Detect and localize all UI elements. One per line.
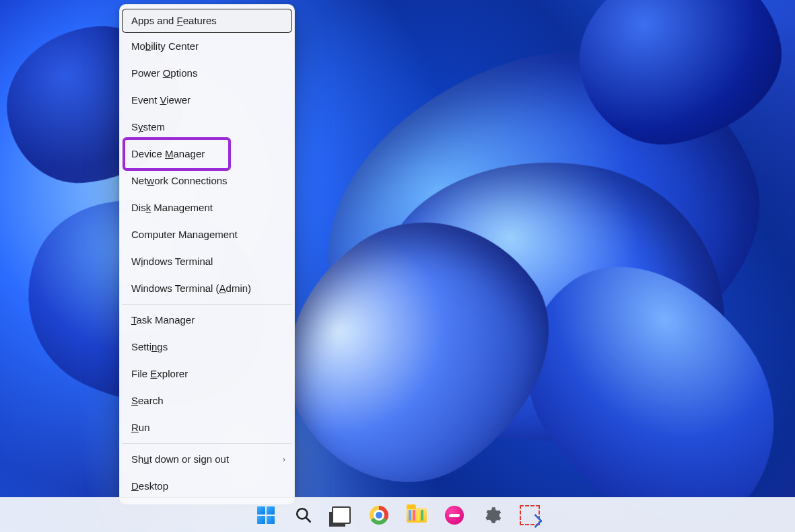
menu-power-options[interactable]: Power Options [122,60,292,87]
chevron-right-icon: › [283,446,285,473]
menu-settings[interactable]: Settings [122,334,292,360]
menu-item-label: Search [131,395,164,406]
pinned-app-lips[interactable] [443,504,466,527]
menu-network-connections[interactable]: Network Connections [122,167,292,194]
menu-item-label: Apps and Features [131,15,217,26]
menu-item-label: Computer Management [131,229,238,240]
menu-task-manager[interactable]: Task Manager [122,307,292,334]
menu-item-label: Network Connections [131,175,228,186]
menu-item-label: Settings [131,341,168,352]
menu-item-label: Desktop [131,480,168,492]
menu-item-label: Disk Management [131,202,213,213]
menu-item-label: Windows Terminal [131,256,213,267]
menu-item-label: Mobility Center [131,40,199,52]
menu-windows-terminal[interactable]: Windows Terminal [122,248,292,275]
menu-item-label: Event Viewer [131,94,191,106]
search-button[interactable] [292,504,315,527]
task-view-icon [332,506,351,524]
search-icon [295,506,312,524]
svg-line-1 [306,517,310,521]
menu-item-label: File Explorer [131,368,188,379]
settings-app[interactable] [481,504,504,527]
menu-computer-management[interactable]: Computer Management [122,221,292,248]
menu-event-viewer[interactable]: Event Viewer [122,87,292,114]
menu-item-label: System [131,121,165,132]
menu-item-label: Run [131,422,150,433]
windows-logo-icon [257,506,275,524]
menu-item-label: Windows Terminal (Admin) [131,282,251,294]
menu-run[interactable]: Run [122,414,292,441]
menu-item-label: Shut down or sign out [131,453,229,465]
menu-item-label: Task Manager [131,314,195,326]
menu-disk-management[interactable]: Disk Management [122,194,292,221]
menu-search[interactable]: Search [122,387,292,414]
menu-item-label: Power Options [131,67,197,79]
menu-desktop[interactable]: Desktop [122,473,292,500]
snipping-tool-icon [520,505,540,525]
chrome-icon [370,506,388,525]
menu-file-explorer[interactable]: File Explorer [122,360,292,387]
lips-icon [445,506,464,525]
menu-apps-and-features[interactable]: Apps and Features [122,9,292,33]
taskbar [0,497,795,532]
gear-icon [483,506,502,525]
menu-shutdown-signout[interactable]: Shut down or sign out› [122,446,292,473]
menu-system[interactable]: System [122,114,292,141]
chrome-app[interactable] [368,504,390,527]
menu-mobility-center[interactable]: Mobility Center [122,33,292,60]
menu-item-label: Device Manager [131,148,205,159]
menu-device-manager[interactable]: Device Manager [122,141,292,167]
start-button[interactable] [254,504,277,527]
winx-context-menu: Apps and FeaturesMobility CenterPower Op… [119,4,295,504]
snipping-tool-app[interactable] [518,504,541,527]
menu-windows-terminal-admin[interactable]: Windows Terminal (Admin) [122,275,292,302]
folder-icon [407,508,427,523]
task-view-button[interactable] [330,504,353,527]
file-explorer-app[interactable] [405,504,428,527]
